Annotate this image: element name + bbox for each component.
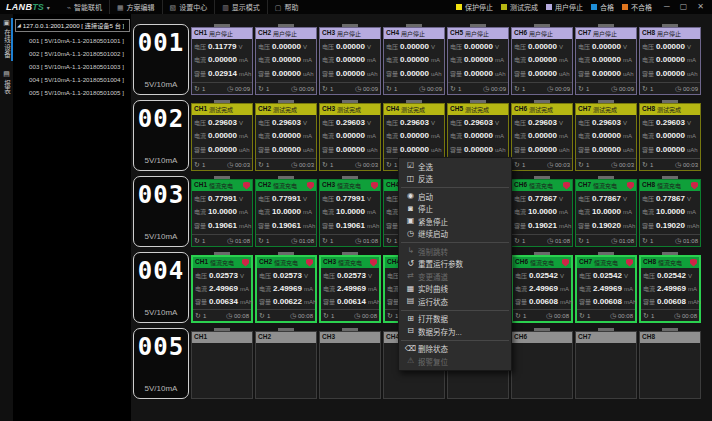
channel-card[interactable]: CH7恒流充电电压0.02542V电流2.49969mA容量0.00608mAh… bbox=[575, 252, 637, 323]
channel-card[interactable]: CH7恒流充电电压0.77867V电流10.0000mA容量0.19020mAh… bbox=[575, 176, 637, 247]
channel-card[interactable]: CH3用户停止电压0.00000V电流0.00000mA容量0.00000uAh… bbox=[319, 24, 381, 95]
channel-card[interactable]: CH6 bbox=[511, 328, 573, 399]
channel-card-box: CH2恒流充电电压0.77991V电流10.0000mA容量0.19061mAh… bbox=[255, 179, 317, 247]
channel-card[interactable]: CH8恒流充电电压0.02542V电流2.49969mA容量0.00608mAh… bbox=[639, 252, 701, 323]
cycle-count-value: 1 bbox=[330, 238, 333, 244]
tree-device-node[interactable]: 005 [ 5V/10mA-1.1-20180501005 ] bbox=[13, 86, 131, 99]
minimize-button[interactable]: ─ bbox=[664, 3, 670, 11]
channel-card[interactable]: CH3测试完成电压0.29603V电流0.00000mA容量0.00000uAh… bbox=[319, 100, 381, 171]
channel-card[interactable]: CH8测试完成电压0.29603V电流0.00000mA容量0.00000uAh… bbox=[639, 100, 701, 171]
field-unit: mA bbox=[367, 209, 376, 215]
field-value: 0.19061 bbox=[208, 222, 237, 230]
field-unit: V bbox=[495, 44, 499, 50]
menu-item-run-status[interactable]: ▤运行状态 bbox=[399, 295, 511, 308]
device-display[interactable]: 0025V/10mA bbox=[133, 100, 189, 171]
channel-card[interactable]: CH2测试完成电压0.29603V电流0.00000mA容量0.00000uAh… bbox=[255, 100, 317, 171]
channel-card[interactable]: CH2恒流充电电压0.77991V电流10.0000mA容量0.19061mAh… bbox=[255, 176, 317, 247]
current-row: 电流0.00000mA bbox=[322, 132, 378, 140]
channel-card[interactable]: CH6恒流充电电压0.77867V电流10.0000mA容量0.19021mAh… bbox=[511, 176, 573, 247]
menubar-item-settings-center[interactable]: ▧设置中心 bbox=[162, 0, 215, 14]
channel-card[interactable]: CH2用户停止电压0.00000V电流0.00000mA容量0.00000uAh… bbox=[255, 24, 317, 95]
field-label: 电流 bbox=[515, 286, 527, 292]
channel-card[interactable]: CH7测试完成电压0.29603V电流0.00000mA容量0.00000uAh… bbox=[575, 100, 637, 171]
help-icon: ▢ bbox=[275, 4, 282, 11]
field-value: 0.77867 bbox=[592, 195, 621, 203]
capacity-row: 容量0.19020mAh bbox=[642, 222, 698, 230]
channel-card[interactable]: CH1恒流充电电压0.02573V电流2.49969mA容量0.00634mAh… bbox=[191, 252, 253, 323]
menu-item-reset-run-params[interactable]: ↺重置运行参数 bbox=[399, 258, 511, 271]
menu-item-open-data[interactable]: ⊞打开数据 bbox=[399, 313, 511, 326]
channel-name: CH3 bbox=[322, 106, 335, 113]
device-display[interactable]: 0015V/10mA bbox=[133, 24, 189, 95]
channel-card[interactable]: CH3恒流充电电压0.02573V电流2.49969mA容量0.00614mAh… bbox=[319, 252, 381, 323]
menubar-item-smart-link[interactable]: ⌁智能联机 bbox=[60, 0, 109, 14]
voltage-row: 电压0.77867V bbox=[514, 195, 570, 203]
menu-item-invert-selection[interactable]: ◫反选 bbox=[399, 173, 511, 186]
field-unit: V bbox=[495, 120, 499, 126]
channel-card[interactable]: CH2恒流充电电压0.02573V电流2.49969mA容量0.00622mAh… bbox=[255, 252, 317, 323]
close-button[interactable]: ✕ bbox=[697, 3, 704, 11]
tree-device-node[interactable]: 004 [ 5V/10mA-1.1-20180501004 ] bbox=[13, 73, 131, 86]
menubar-item-plan-edit[interactable]: ▦方案编辑 bbox=[109, 0, 162, 14]
device-display[interactable]: 0035V/10mA bbox=[133, 176, 189, 247]
menu-item-emergency-stop[interactable]: ▣紧急停止 bbox=[399, 215, 511, 228]
device-display[interactable]: 0045V/10mA bbox=[133, 252, 189, 323]
channel-card[interactable]: CH7用户停止电压0.00000V电流0.00000mA容量0.00000uAh… bbox=[575, 24, 637, 95]
tree-root-node[interactable]: ◢ 127.0.0.1:2001,2000 [ 连接设备5 台 ] bbox=[15, 19, 130, 32]
field-value: 2.49969 bbox=[593, 285, 622, 293]
menu-item-delete-status[interactable]: ⌫删除状态 bbox=[399, 343, 511, 356]
menu-item-realtime-curve[interactable]: ▦实时曲线 bbox=[399, 283, 511, 296]
channel-card[interactable]: CH8 bbox=[639, 328, 701, 399]
field-unit: V bbox=[303, 44, 307, 50]
channel-header: CH1恒流充电 bbox=[193, 257, 251, 268]
channel-card[interactable]: CH6用户停止电压0.00000V电流0.00000mA容量0.00000uAh… bbox=[511, 24, 573, 95]
tree-device-node[interactable]: 001 [ 5V/10mA-1.1-20180501001 ] bbox=[13, 34, 131, 47]
channel-card[interactable]: CH3恒流充电电压0.77991V电流10.0000mA容量0.19061mAh… bbox=[319, 176, 381, 247]
sidebar-tab-reports[interactable]: ▤报表 bbox=[0, 65, 13, 101]
device-display[interactable]: 0055V/10mA bbox=[133, 328, 189, 399]
cycle-count-value: 1 bbox=[586, 162, 589, 168]
field-value: 0.00000 bbox=[464, 146, 493, 154]
field-value: 0.00000 bbox=[336, 43, 365, 51]
menu-item-resume-start[interactable]: ◷继续启动 bbox=[399, 228, 511, 241]
cycle-count-value: 1 bbox=[202, 162, 205, 168]
protection-shield-icon bbox=[690, 259, 697, 267]
clock-icon: ◷ bbox=[547, 161, 553, 168]
channel-card[interactable]: CH8用户停止电压0.00000V电流0.00000mA容量0.00000uAh… bbox=[639, 24, 701, 95]
sidebar-tab-online-devices[interactable]: ▣在线设备 bbox=[0, 14, 13, 65]
tree-device-node[interactable]: 003 [ 5V/10mA-1.1-20180501003 ] bbox=[13, 60, 131, 73]
menu-item-save-data-as[interactable]: ⊟数据另存为... bbox=[399, 325, 511, 338]
tree-device-node[interactable]: 002 [ 5V/10mA-1.1-20180501002 ] bbox=[13, 47, 131, 60]
device-spec: 5V/10mA bbox=[145, 80, 178, 89]
save-data-as-icon: ⊟ bbox=[403, 327, 418, 335]
channel-card[interactable]: CH7 bbox=[575, 328, 637, 399]
field-unit: V bbox=[367, 120, 371, 126]
channel-card[interactable]: CH5用户停止电压0.00000V电流0.00000mA容量0.00000uAh… bbox=[447, 24, 509, 95]
channel-card[interactable]: CH3 bbox=[319, 328, 381, 399]
menu-item-select-all[interactable]: ☑全选 bbox=[399, 160, 511, 173]
menu-item-stop[interactable]: ◙停止 bbox=[399, 203, 511, 216]
channel-card[interactable]: CH1恒流充电电压0.77991V电流10.0000mA容量0.19061mAh… bbox=[191, 176, 253, 247]
channel-card[interactable]: CH1测试完成电压0.29603V电流0.00000mA容量0.00000uAh… bbox=[191, 100, 253, 171]
maximize-button[interactable]: ▢ bbox=[680, 3, 688, 11]
channel-card[interactable]: CH6恒流充电电压0.02542V电流2.49969mA容量0.00608mAh… bbox=[511, 252, 573, 323]
clock-icon: ◷ bbox=[611, 161, 617, 168]
channel-card[interactable]: CH1用户停止电压0.11779V电流0.00000mA容量0.02914mAh… bbox=[191, 24, 253, 95]
field-unit: V bbox=[687, 44, 691, 50]
menubar-item-help[interactable]: ▢帮助 bbox=[267, 0, 306, 14]
channel-card[interactable]: CH8恒流充电电压0.77867V电流10.0000mA容量0.19020mAh… bbox=[639, 176, 701, 247]
change-channel-icon: ⇄ bbox=[403, 272, 418, 280]
menubar-item-display-mode[interactable]: ▥显示模式 bbox=[214, 0, 267, 14]
current-row: 电流0.00000mA bbox=[322, 56, 378, 64]
channel-card[interactable]: CH1 bbox=[191, 328, 253, 399]
menu-item-start[interactable]: ◉启动 bbox=[399, 190, 511, 203]
channel-card[interactable]: CH4用户停止电压0.00000V电流0.00000mA容量0.00000uAh… bbox=[383, 24, 445, 95]
channel-footer: ↻1◷00:08 bbox=[321, 309, 379, 321]
tree-expand-icon[interactable]: ◢ bbox=[17, 23, 21, 28]
field-label: 电压 bbox=[259, 273, 271, 279]
channel-card[interactable]: CH2 bbox=[255, 328, 317, 399]
field-label: 容量 bbox=[579, 299, 591, 305]
channel-card[interactable]: CH6测试完成电压0.29603V电流0.00000mA容量0.00000uAh… bbox=[511, 100, 573, 171]
field-value: 0.00000 bbox=[528, 43, 557, 51]
logo-caret-icon[interactable]: ▾ bbox=[47, 4, 50, 11]
